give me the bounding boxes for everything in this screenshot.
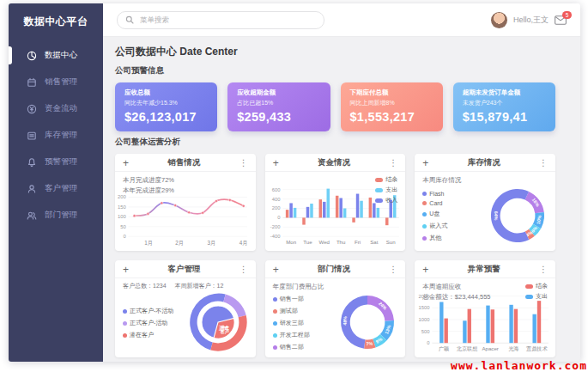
avatar[interactable] — [491, 12, 507, 28]
chart-card-warnings: + 异常预警 ⋮ 本周逾期应收 总金额达：$23,444,555 结余 支出 2… — [415, 260, 555, 357]
svg-text:0: 0 — [427, 340, 431, 345]
svg-text:400: 400 — [271, 197, 280, 202]
legend-label: 潜在客户 — [130, 331, 154, 339]
search-input[interactable] — [138, 15, 316, 25]
mail-button[interactable]: 5 — [555, 15, 567, 25]
legend-item[interactable]: Flash — [422, 191, 447, 197]
add-icon[interactable]: + — [123, 265, 129, 275]
legend-label: 其他 — [429, 234, 441, 242]
legend-item[interactable]: 销售二部 — [273, 343, 310, 351]
sidebar-item-departments[interactable]: 部门管理 — [9, 202, 103, 229]
legend-label: 销售二部 — [280, 343, 304, 351]
analysis-section-label: 公司整体运营分析 — [115, 137, 555, 148]
legend-marker — [123, 321, 127, 326]
search-box[interactable] — [117, 11, 324, 29]
svg-text:0: 0 — [277, 215, 281, 220]
svg-text:北京联想: 北京联想 — [457, 345, 478, 352]
svg-text:1500: 1500 — [419, 305, 431, 310]
more-options-icon[interactable]: ⋮ — [539, 159, 548, 168]
svg-text:1月: 1月 — [144, 240, 153, 247]
chart-legend: 结余 支出 收入 — [375, 175, 397, 204]
chart-card-inventory: + 库存情况 ⋮ 本周库存情况 Flash Card U盘 — [415, 154, 555, 251]
chart-card-funds: + 资金情况 ⋮ 结余 支出 收入 6004002000-200-400MonT… — [265, 154, 406, 251]
alert-card-unshipped: 超期未发货订单金额 未发货户243个 $15,879,41 — [453, 82, 555, 131]
svg-text:-400: -400 — [270, 234, 281, 239]
legend-marker — [273, 321, 277, 326]
svg-text:-200: -200 — [270, 224, 281, 229]
legend-item[interactable]: 收入 — [375, 196, 397, 204]
more-options-icon[interactable]: ⋮ — [239, 159, 248, 168]
legend-item[interactable]: 支出 — [525, 292, 548, 301]
legend-item[interactable]: 测试部 — [273, 307, 310, 315]
departments-donut-chart: 24%13%8%7%48% — [334, 278, 405, 357]
svg-text:500: 500 — [421, 329, 430, 334]
sidebar-item-alerts[interactable]: 预警管理 — [9, 149, 103, 175]
legend-item[interactable]: 支出 — [375, 186, 397, 194]
legend-item[interactable]: Card — [422, 200, 447, 206]
add-icon[interactable]: + — [422, 265, 428, 275]
more-options-icon[interactable]: ⋮ — [539, 265, 548, 274]
more-options-icon[interactable]: ⋮ — [389, 159, 397, 168]
legend-marker — [375, 178, 383, 182]
coin-icon — [27, 104, 37, 114]
legend-item[interactable]: 开发工程部 — [273, 331, 310, 339]
bell-icon — [27, 157, 37, 168]
legend-label: 支出 — [536, 292, 548, 301]
page-title: 公司数据中心 Date Center — [115, 45, 555, 59]
legend-marker — [375, 198, 383, 203]
archive-icon — [27, 131, 37, 141]
legend-item[interactable]: 潜在客户 — [123, 331, 173, 339]
more-options-icon[interactable]: ⋮ — [389, 265, 397, 274]
sidebar-item-data-center[interactable]: 数据中心 — [9, 42, 103, 69]
svg-text:1000: 1000 — [419, 317, 431, 322]
legend-item[interactable]: 销售一部 — [273, 295, 310, 303]
legend-marker — [525, 284, 533, 289]
card-title: 资金情况 — [279, 157, 390, 168]
legend-item[interactable]: 正式客户-不活动 — [123, 307, 173, 315]
svg-text:3月: 3月 — [207, 240, 215, 247]
legend-marker — [422, 192, 427, 196]
legend-marker — [273, 297, 277, 302]
alert-card-overdue: 应收超期金额 占比已超15% $259,433 — [227, 82, 330, 131]
svg-text:Apacer: Apacer — [482, 345, 499, 351]
pie-chart-icon — [27, 51, 37, 61]
svg-text:2月: 2月 — [175, 240, 184, 247]
legend-item[interactable]: 嵌入式 — [422, 222, 447, 230]
svg-text:宜鼎技术: 宜鼎技术 — [526, 345, 548, 352]
sidebar-item-label: 部门管理 — [45, 210, 77, 221]
svg-text:48%: 48% — [342, 316, 349, 326]
legend-item[interactable]: 研发三部 — [273, 319, 310, 327]
legend-label: 销售一部 — [280, 295, 304, 303]
svg-text:600: 600 — [271, 187, 280, 192]
legend-item[interactable]: 其他 — [422, 234, 447, 242]
chart-card-customers: + 客户管理 ⋮ 客户总数：1234 本周新增客户：12 正式客户-不活动 正式… — [115, 260, 256, 357]
legend-item[interactable]: 结余 — [525, 282, 548, 290]
sidebar-item-customers[interactable]: 客户管理 — [9, 175, 103, 202]
calendar-icon — [27, 77, 37, 88]
more-options-icon[interactable]: ⋮ — [239, 265, 248, 274]
legend-item[interactable]: 正式客户-活动 — [123, 319, 173, 327]
add-icon[interactable]: + — [422, 158, 428, 168]
sidebar-item-inventory[interactable]: 库存管理 — [9, 122, 103, 149]
sidebar-item-funds[interactable]: 资金流动 — [9, 95, 103, 122]
legend-item[interactable]: U盘 — [422, 210, 447, 218]
add-icon[interactable]: + — [273, 265, 279, 275]
legend-label: 正式客户-活动 — [130, 319, 167, 327]
card-title: 库存情况 — [428, 157, 539, 168]
svg-text:200: 200 — [271, 205, 280, 210]
topbar-right: Hello,王文 5 — [491, 12, 567, 28]
alert-card-title: 应收超期金额 — [237, 88, 320, 97]
dashboard-app: 数据中心平台 数据中心 销售管理 资金流动 库存管理 预警管理 客户管理 部门管… — [9, 3, 580, 362]
svg-text:0: 0 — [123, 234, 126, 239]
svg-text:Wed: Wed — [318, 239, 330, 245]
sidebar-item-sales[interactable]: 销售管理 — [9, 69, 103, 95]
legend-label: Card — [429, 200, 442, 206]
legend-marker — [422, 236, 427, 241]
add-icon[interactable]: + — [273, 158, 279, 168]
legend-item[interactable]: 结余 — [375, 175, 397, 184]
alert-card-value: $259,433 — [237, 110, 320, 124]
alerts-section-label: 公司预警信息 — [115, 65, 555, 76]
legend-label: 结余 — [536, 282, 548, 290]
card-title: 销售情况 — [129, 157, 239, 168]
add-icon[interactable]: + — [123, 158, 129, 168]
